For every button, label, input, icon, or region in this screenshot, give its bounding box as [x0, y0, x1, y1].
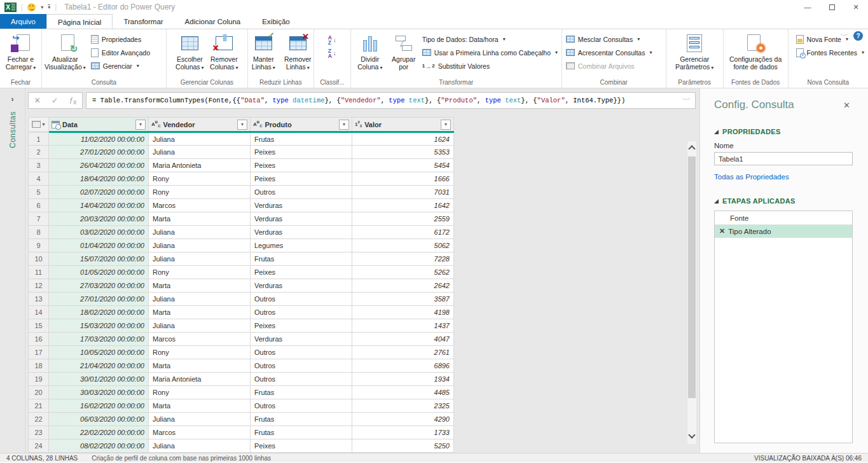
cell-vendedor[interactable]: Juliana [149, 239, 251, 252]
row-number[interactable]: 14 [29, 306, 49, 319]
cell-produto[interactable]: Peixes [251, 439, 352, 453]
gerenciar-button[interactable]: Gerenciar [88, 59, 153, 73]
delete-step-icon[interactable]: ✕ [719, 227, 725, 235]
tipo-de-dados-button[interactable]: Tipo de Dados: Data/hora [419, 32, 561, 46]
cell-vendedor[interactable]: Juliana [149, 132, 251, 146]
expand-formula-icon[interactable]: ﹀ [682, 96, 691, 104]
cell-valor[interactable]: 5262 [352, 266, 454, 279]
panel-close-icon[interactable]: ✕ [841, 99, 853, 111]
cell-vendedor[interactable]: Rony [149, 186, 251, 199]
cell-data[interactable]: 26/04/2020 00:00:00 [49, 159, 149, 172]
cell-vendedor[interactable]: Rony [149, 346, 251, 359]
cell-valor[interactable]: 3587 [352, 293, 454, 306]
cell-valor[interactable]: 5454 [352, 159, 454, 172]
cell-valor[interactable]: 2325 [352, 399, 454, 413]
gerenciar-parametros-button[interactable]: Gerenciar Parâmetros [673, 31, 715, 71]
cell-vendedor[interactable]: Marta [149, 306, 251, 319]
scroll-down-icon[interactable] [688, 431, 695, 438]
cell-data[interactable]: 18/02/2020 00:00:00 [49, 306, 149, 319]
cell-valor[interactable]: 5250 [352, 439, 454, 453]
row-number[interactable]: 6 [29, 199, 49, 212]
editor-avancado-button[interactable]: Editor Avançado [88, 46, 153, 59]
cell-valor[interactable]: 1934 [352, 373, 454, 386]
cell-data[interactable]: 30/03/2020 00:00:00 [49, 386, 149, 399]
table-corner-button[interactable]: ▾ [29, 118, 49, 132]
cell-produto[interactable]: Verduras [251, 226, 352, 239]
cell-produto[interactable]: Outros [251, 373, 352, 386]
cell-vendedor[interactable]: Marta [149, 359, 251, 373]
row-number[interactable]: 10 [29, 252, 49, 266]
cell-vendedor[interactable]: Rony [149, 172, 251, 186]
cell-vendedor[interactable]: Juliana [149, 439, 251, 453]
cell-produto[interactable]: Peixes [251, 146, 352, 159]
cell-valor[interactable]: 2642 [352, 279, 454, 293]
cell-data[interactable]: 14/04/2020 00:00:00 [49, 199, 149, 212]
cell-produto[interactable]: Legumes [251, 239, 352, 252]
row-number[interactable]: 3 [29, 159, 49, 172]
cell-data[interactable]: 08/02/2020 00:00:00 [49, 439, 149, 453]
expand-queries-pane-icon[interactable]: › [11, 95, 14, 104]
row-number[interactable]: 24 [29, 439, 49, 453]
column-header-vendedor[interactable]: ABC Vendedor [149, 118, 251, 132]
cell-data[interactable]: 16/02/2020 00:00:00 [49, 399, 149, 413]
filter-button[interactable] [441, 120, 451, 130]
cell-valor[interactable]: 1666 [352, 172, 454, 186]
cell-data[interactable]: 22/02/2020 00:00:00 [49, 426, 149, 439]
cell-produto[interactable]: Outros [251, 359, 352, 373]
row-number[interactable]: 9 [29, 239, 49, 252]
cell-produto[interactable]: Outros [251, 293, 352, 306]
tab-pagina-inicial[interactable]: Página Inicial [46, 14, 113, 30]
minimize-button[interactable]: — [796, 0, 820, 14]
substituir-valores-button[interactable]: 1→2 Substituir Valores [419, 59, 561, 73]
dividir-coluna-button[interactable]: Dividir Coluna [352, 31, 389, 71]
tab-transformar[interactable]: Transformar [113, 14, 174, 29]
collapse-ribbon-icon[interactable]: ﹀ [840, 32, 848, 40]
cell-valor[interactable]: 6896 [352, 359, 454, 373]
cell-vendedor[interactable]: Juliana [149, 319, 251, 333]
scroll-up-icon[interactable] [688, 145, 695, 152]
filter-button[interactable] [339, 120, 349, 130]
cell-valor[interactable]: 4047 [352, 333, 454, 346]
fontes-recentes-button[interactable]: Fontes Recentes [793, 46, 867, 59]
queries-pane-label[interactable]: Consultas [8, 111, 17, 148]
combinar-arquivos-button[interactable]: Combinar Arquivos [563, 59, 638, 73]
cell-valor[interactable]: 5353 [352, 146, 454, 159]
cell-produto[interactable]: Peixes [251, 266, 352, 279]
cell-data[interactable]: 01/05/2020 00:00:00 [49, 266, 149, 279]
cell-produto[interactable]: Frutas [251, 252, 352, 266]
cell-valor[interactable]: 7031 [352, 186, 454, 199]
tab-arquivo[interactable]: Arquivo [0, 14, 46, 29]
row-number[interactable]: 15 [29, 319, 49, 333]
cancel-formula-icon[interactable]: ✕ [34, 96, 41, 105]
cell-data[interactable]: 15/03/2020 00:00:00 [49, 319, 149, 333]
cell-valor[interactable]: 4198 [352, 306, 454, 319]
all-properties-link[interactable]: Todas as Propriedades [714, 173, 789, 181]
row-number[interactable]: 11 [29, 266, 49, 279]
row-number[interactable]: 19 [29, 373, 49, 386]
cell-data[interactable]: 03/02/2020 00:00:00 [49, 226, 149, 239]
row-number[interactable]: 18 [29, 359, 49, 373]
cell-valor[interactable]: 5062 [352, 239, 454, 252]
cell-valor[interactable]: 2761 [352, 346, 454, 359]
cell-vendedor[interactable]: Marta [149, 279, 251, 293]
row-number[interactable]: 5 [29, 186, 49, 199]
row-number[interactable]: 4 [29, 172, 49, 186]
remover-linhas-button[interactable]: ✕ Remover Linhas [280, 31, 315, 71]
cell-data[interactable]: 30/01/2020 00:00:00 [49, 373, 149, 386]
cell-data[interactable]: 20/03/2020 00:00:00 [49, 212, 149, 226]
vertical-scrollbar[interactable] [687, 141, 697, 445]
row-number[interactable]: 1 [29, 132, 49, 146]
cell-produto[interactable]: Verduras [251, 333, 352, 346]
cell-produto[interactable]: Frutas [251, 426, 352, 439]
escolher-colunas-button[interactable]: Escolher Colunas [172, 31, 207, 71]
scrollbar-thumb[interactable] [688, 156, 696, 398]
cell-vendedor[interactable]: Marta [149, 399, 251, 413]
cell-vendedor[interactable]: Marcos [149, 426, 251, 439]
cell-produto[interactable]: Frutas [251, 413, 352, 426]
atualizar-visualizacao-button[interactable]: ↻ Atualizar Visualização [43, 31, 88, 71]
cell-vendedor[interactable]: Rony [149, 266, 251, 279]
cell-data[interactable]: 27/03/2020 00:00:00 [49, 279, 149, 293]
feedback-smiley-icon[interactable] [27, 3, 36, 11]
cell-produto[interactable]: Verduras [251, 199, 352, 212]
mesclar-consultas-button[interactable]: Mesclar Consultas [563, 32, 643, 46]
